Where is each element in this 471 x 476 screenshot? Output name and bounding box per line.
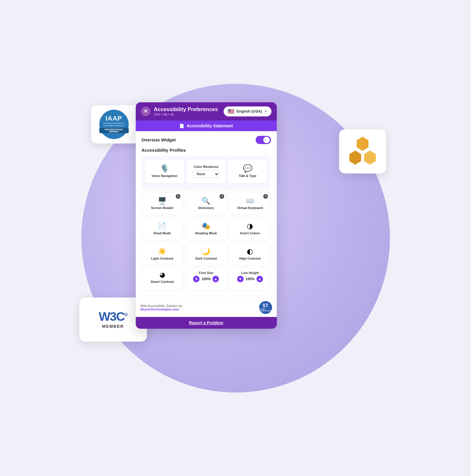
language-button[interactable]: 🇺🇸 English (USA) ▼ (224, 106, 271, 116)
profile-row: 🎙️ Voice Navigation Color Blindness None… (145, 160, 267, 183)
profiles-section: 🎙️ Voice Navigation Color Blindness None… (142, 156, 271, 190)
chevron-down-icon: ▼ (264, 110, 267, 113)
widget-header: ✕ Accessibility Preferences (Ctrl + Alt … (136, 102, 277, 121)
color-blindness-select[interactable]: None Protanopia Deuteranopia Tritanopia (193, 170, 219, 178)
info-icon-screen-reader: i (176, 194, 180, 199)
widget-shortcut: (Ctrl + Alt + A) (154, 113, 218, 116)
profiles-section-label: Accessibility Profiles (142, 148, 271, 153)
font-size-increase-button[interactable]: ▲ (212, 276, 219, 282)
svg-marker-0 (357, 137, 368, 151)
dictionary-label: Dictionary (198, 206, 214, 210)
widget-title-block: Accessibility Preferences (Ctrl + Alt + … (154, 106, 218, 116)
iaap-logo-text: IAAP (105, 115, 122, 122)
accessibility-widget: ✕ Accessibility Preferences (Ctrl + Alt … (136, 102, 277, 329)
smart-contrast-cell[interactable]: ◕ Smart Contrast (142, 268, 183, 291)
font-size-label: Font Size (199, 271, 213, 275)
line-height-controls: ▼ 100% ▲ (237, 276, 263, 282)
iaap-description: International Association of Accessibili… (99, 122, 129, 126)
feature-screen-reader[interactable]: i 🖥️ Screen Reader (142, 192, 183, 215)
svg-marker-2 (364, 151, 376, 165)
reading-mask-icon: 🎭 (202, 223, 210, 230)
iaap-org-label: ORGANIZATIONAL MEMBER (99, 128, 129, 133)
light-contrast-label: Light Contrast (151, 257, 173, 260)
line-height-value: 100% (245, 277, 255, 281)
feature-read-mode[interactable]: 📄 Read Mode (142, 217, 183, 240)
w3c-logo: W3C® (99, 310, 127, 323)
smart-contrast-label: Smart Contrast (150, 280, 174, 283)
voice-navigation-label: Voice Navigation (152, 174, 177, 178)
skynet-logo: ST SKYNET TECHNOLOGIES (259, 301, 272, 314)
honeycomb-card (339, 129, 386, 173)
report-problem-button[interactable]: Report a Problem (136, 317, 277, 329)
feature-light-contrast[interactable]: ☀️ Light Contrast (142, 243, 183, 265)
invert-colors-icon: ◑ (247, 223, 253, 230)
oversize-label: Oversize Widget (142, 137, 176, 142)
feature-dictionary[interactable]: i 🔍 Dictionary (185, 192, 227, 215)
invert-colors-label: Invert Colors (240, 231, 260, 235)
close-button[interactable]: ✕ (141, 107, 150, 116)
reading-mask-label: Reading Mask (195, 231, 217, 235)
feature-virtual-keyboard[interactable]: i ⌨️ Virtual Keyboard (229, 192, 271, 215)
dictionary-icon: 🔍 (202, 197, 210, 204)
footer-left: Web Accessibility Solution by SkynetTech… (140, 304, 182, 311)
toggle-knob (263, 137, 270, 143)
svg-marker-1 (349, 151, 361, 165)
footer-link[interactable]: SkynetTechnologies.com (140, 308, 182, 311)
talk-type-icon: 💬 (243, 165, 252, 172)
iaap-badge: IAAP International Association of Access… (99, 110, 129, 139)
high-contrast-icon: ◐ (247, 248, 253, 255)
font-size-value: 100% (201, 277, 211, 281)
line-height-label: Line Height (241, 271, 259, 275)
light-contrast-icon: ☀️ (158, 248, 167, 255)
font-size-cell: Font Size ▼ 100% ▲ (185, 268, 227, 291)
line-height-increase-button[interactable]: ▲ (257, 276, 263, 282)
feature-grid: i 🖥️ Screen Reader i 🔍 Dictionary i ⌨️ V… (142, 192, 271, 265)
profile-talk-type[interactable]: 💬 Talk & Type (228, 160, 267, 183)
scene: IAAP International Association of Access… (59, 62, 412, 415)
header-left: ✕ Accessibility Preferences (Ctrl + Alt … (141, 106, 218, 116)
widget-body: Oversize Widget Accessibility Profiles 🎙… (136, 131, 277, 298)
font-size-controls: ▼ 100% ▲ (193, 276, 219, 282)
widget-footer: Web Accessibility Solution by SkynetTech… (136, 298, 277, 317)
honeycomb-icon (346, 135, 379, 168)
virtual-keyboard-icon: ⌨️ (246, 197, 254, 204)
virtual-keyboard-label: Virtual Keyboard (237, 206, 263, 210)
w3c-member-label: MEMBER (102, 324, 124, 329)
feature-high-contrast[interactable]: ◐ High Contrast (229, 243, 271, 265)
bottom-row: ◕ Smart Contrast Font Size ▼ 100% ▲ Line… (142, 268, 271, 291)
statement-label: Accessibility Statement (187, 123, 233, 128)
skynet-logo-text: ST (262, 303, 268, 308)
feature-dark-contrast[interactable]: 🌙 Dark Contrast (185, 243, 227, 265)
screen-reader-label: Screen Reader (151, 206, 174, 210)
info-icon-dictionary: i (219, 194, 224, 199)
oversize-toggle[interactable] (256, 136, 271, 144)
voice-navigation-icon: 🎙️ (160, 165, 169, 172)
statement-icon: 📄 (179, 123, 184, 128)
color-blindness-label: Color Blindness (194, 165, 218, 168)
color-blindness-cell: Color Blindness None Protanopia Deuteran… (187, 160, 226, 183)
oversize-row: Oversize Widget (142, 136, 271, 144)
widget-title: Accessibility Preferences (154, 106, 218, 113)
accessibility-statement-bar[interactable]: 📄 Accessibility Statement (136, 121, 277, 131)
profile-voice-navigation[interactable]: 🎙️ Voice Navigation (145, 160, 184, 183)
read-mode-label: Read Mode (154, 231, 171, 235)
feature-invert-colors[interactable]: ◑ Invert Colors (229, 217, 271, 240)
talk-type-label: Talk & Type (239, 174, 257, 178)
lang-label: English (USA) (237, 109, 262, 113)
dark-contrast-label: Dark Contrast (195, 257, 217, 260)
font-size-decrease-button[interactable]: ▼ (193, 276, 200, 282)
info-icon-virtual-keyboard: i (263, 194, 268, 199)
dark-contrast-icon: 🌙 (202, 248, 210, 255)
smart-contrast-icon: ◕ (160, 271, 165, 279)
line-height-cell: Line Height ▼ 100% ▲ (229, 268, 271, 291)
screen-reader-icon: 🖥️ (158, 197, 167, 204)
high-contrast-label: High Contrast (239, 257, 261, 260)
skynet-logo-subtext: SKYNET TECHNOLOGIES (259, 308, 273, 312)
footer-text: Web Accessibility Solution by (140, 304, 182, 308)
line-height-decrease-button[interactable]: ▼ (237, 276, 244, 282)
read-mode-icon: 📄 (158, 223, 167, 230)
flag-icon: 🇺🇸 (228, 108, 234, 115)
registered-symbol: ® (124, 312, 127, 317)
feature-reading-mask[interactable]: 🎭 Reading Mask (185, 217, 227, 240)
